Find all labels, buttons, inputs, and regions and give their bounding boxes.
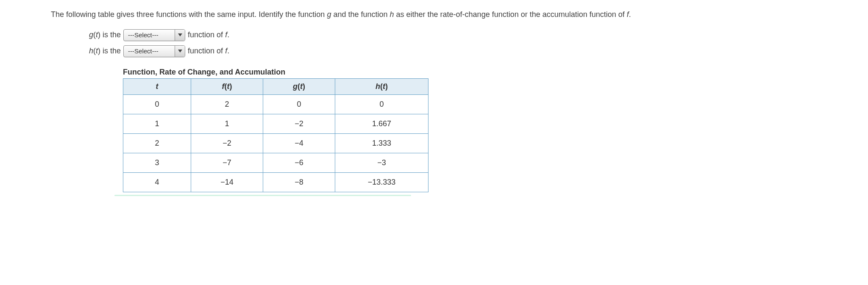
statement-g: g(t) is the ---Select--- function of f. [89,29,817,41]
intro-h: h [390,10,394,19]
statement-h: h(t) is the ---Select--- function of f. [89,45,817,57]
cell-h: 0 [335,94,428,114]
dropdown-arrow-icon [175,30,185,41]
cell-g: 0 [263,94,335,114]
header-ft: f(t) [191,78,263,94]
cell-g: −4 [263,133,335,153]
cell-f: 1 [191,114,263,133]
progress-line [114,195,411,196]
cell-g: −2 [263,114,335,133]
table-row: 0200 [123,94,428,114]
g-select[interactable]: ---Select--- [123,29,185,41]
intro-part4: . [629,10,631,19]
cell-t: 3 [123,153,191,172]
intro-part2: and the function [331,10,389,19]
cell-g: −6 [263,153,335,172]
h-select[interactable]: ---Select--- [123,45,185,57]
intro-g: g [327,10,331,19]
table-row: 2−2−41.333 [123,133,428,153]
cell-f: −14 [191,172,263,192]
intro-part1: The following table gives three function… [51,10,327,19]
cell-f: 2 [191,94,263,114]
cell-t: 4 [123,172,191,192]
table-body: 020011−21.6672−2−41.3333−7−6−34−14−8−13.… [123,94,428,192]
h-select-value: ---Select--- [124,46,175,57]
h-suffix: function of f. [188,47,229,55]
cell-f: −2 [191,133,263,153]
svg-marker-0 [178,33,182,36]
cell-h: 1.333 [335,133,428,153]
cell-f: −7 [191,153,263,172]
h-label: h(t) is the [89,47,121,55]
g-select-value: ---Select--- [124,30,175,41]
table-header-row: t f(t) g(t) h(t) [123,78,428,94]
dropdown-arrow-icon [175,46,185,57]
cell-t: 0 [123,94,191,114]
intro-part3: as either the rate-of-change function or… [394,10,627,19]
table-row: 3−7−6−3 [123,153,428,172]
svg-marker-1 [178,50,182,53]
cell-t: 1 [123,114,191,133]
statements: g(t) is the ---Select--- function of f. … [89,29,817,57]
header-gt: g(t) [263,78,335,94]
table-title: Function, Rate of Change, and Accumulati… [123,68,817,77]
g-label: g(t) is the [89,30,121,39]
header-t: t [123,78,191,94]
table-section: Function, Rate of Change, and Accumulati… [123,68,817,196]
cell-g: −8 [263,172,335,192]
table-row: 4−14−8−13.333 [123,172,428,192]
table-row: 11−21.667 [123,114,428,133]
cell-t: 2 [123,133,191,153]
cell-h: −13.333 [335,172,428,192]
intro-text: The following table gives three function… [51,8,817,21]
cell-h: 1.667 [335,114,428,133]
cell-h: −3 [335,153,428,172]
header-ht: h(t) [335,78,428,94]
g-suffix: function of f. [188,30,229,39]
data-table: t f(t) g(t) h(t) 020011−21.6672−2−41.333… [123,78,428,192]
